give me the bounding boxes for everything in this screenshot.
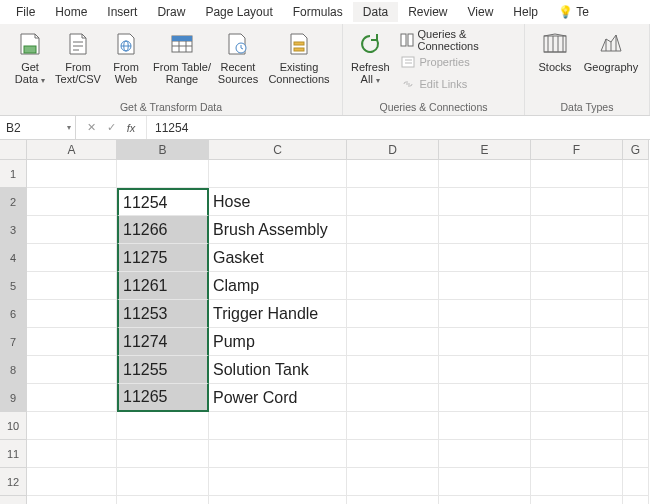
cell-G3[interactable]	[623, 216, 649, 244]
recent-sources-button[interactable]: Recent Sources	[214, 27, 262, 97]
cell-A9[interactable]	[27, 384, 117, 412]
col-header-C[interactable]: C	[209, 140, 347, 160]
tab-help[interactable]: Help	[503, 2, 548, 22]
cell-E8[interactable]	[439, 356, 531, 384]
existing-connections-button[interactable]: Existing Connections	[262, 27, 336, 97]
cell-G5[interactable]	[623, 272, 649, 300]
row-header-13[interactable]: 13	[0, 496, 27, 504]
cell-A2[interactable]	[27, 188, 117, 216]
col-header-F[interactable]: F	[531, 140, 623, 160]
cell-E5[interactable]	[439, 272, 531, 300]
from-web-button[interactable]: From Web	[102, 27, 150, 97]
cell-A8[interactable]	[27, 356, 117, 384]
cell-A1[interactable]	[27, 160, 117, 188]
row-header-4[interactable]: 4	[0, 244, 27, 272]
cell-E9[interactable]	[439, 384, 531, 412]
cell-D11[interactable]	[347, 440, 439, 468]
col-header-E[interactable]: E	[439, 140, 531, 160]
cell-D4[interactable]	[347, 244, 439, 272]
from-table-range-button[interactable]: From Table/ Range	[150, 27, 214, 97]
cell-B12[interactable]	[117, 468, 209, 496]
cell-G12[interactable]	[623, 468, 649, 496]
cell-C1[interactable]	[209, 160, 347, 188]
cell-B13[interactable]	[117, 496, 209, 504]
cell-G2[interactable]	[623, 188, 649, 216]
cell-D5[interactable]	[347, 272, 439, 300]
cell-B5[interactable]: 11261	[117, 272, 209, 300]
cell-A5[interactable]	[27, 272, 117, 300]
enter-formula-button[interactable]: ✓	[102, 119, 120, 137]
row-header-5[interactable]: 5	[0, 272, 27, 300]
cell-E13[interactable]	[439, 496, 531, 504]
cell-G9[interactable]	[623, 384, 649, 412]
cell-E1[interactable]	[439, 160, 531, 188]
cell-G10[interactable]	[623, 412, 649, 440]
cell-E4[interactable]	[439, 244, 531, 272]
cell-D10[interactable]	[347, 412, 439, 440]
row-header-10[interactable]: 10	[0, 412, 27, 440]
cell-B9[interactable]: 11265	[117, 384, 209, 412]
cell-A4[interactable]	[27, 244, 117, 272]
cell-A13[interactable]	[27, 496, 117, 504]
cell-C8[interactable]: Solution Tank	[209, 356, 347, 384]
cell-A11[interactable]	[27, 440, 117, 468]
row-header-12[interactable]: 12	[0, 468, 27, 496]
tab-formulas[interactable]: Formulas	[283, 2, 353, 22]
cell-F5[interactable]	[531, 272, 623, 300]
cell-B7[interactable]: 11274	[117, 328, 209, 356]
cell-C5[interactable]: Clamp	[209, 272, 347, 300]
get-data-button[interactable]: Get Data ▾	[6, 27, 54, 97]
cell-E11[interactable]	[439, 440, 531, 468]
cell-F12[interactable]	[531, 468, 623, 496]
cell-F7[interactable]	[531, 328, 623, 356]
stocks-button[interactable]: Stocks	[531, 27, 579, 97]
cell-C7[interactable]: Pump	[209, 328, 347, 356]
cell-G11[interactable]	[623, 440, 649, 468]
cell-A7[interactable]	[27, 328, 117, 356]
row-header-1[interactable]: 1	[0, 160, 27, 188]
cell-E2[interactable]	[439, 188, 531, 216]
cell-B4[interactable]: 11275	[117, 244, 209, 272]
cell-D2[interactable]	[347, 188, 439, 216]
row-header-8[interactable]: 8	[0, 356, 27, 384]
tab-tell-me[interactable]: 💡 Te	[548, 2, 599, 22]
cell-G4[interactable]	[623, 244, 649, 272]
cell-D1[interactable]	[347, 160, 439, 188]
properties-button[interactable]: Properties	[396, 52, 518, 72]
refresh-all-button[interactable]: Refresh All ▾	[349, 27, 392, 97]
cell-F2[interactable]	[531, 188, 623, 216]
cell-F9[interactable]	[531, 384, 623, 412]
cell-C3[interactable]: Brush Assembly	[209, 216, 347, 244]
name-box[interactable]: B2 ▾	[0, 116, 76, 139]
row-header-3[interactable]: 3	[0, 216, 27, 244]
tab-draw[interactable]: Draw	[147, 2, 195, 22]
cell-D13[interactable]	[347, 496, 439, 504]
cell-B10[interactable]	[117, 412, 209, 440]
cell-E12[interactable]	[439, 468, 531, 496]
cell-B2[interactable]: 11254	[117, 188, 209, 216]
tab-data[interactable]: Data	[353, 2, 398, 22]
col-header-B[interactable]: B	[117, 140, 209, 160]
cell-D8[interactable]	[347, 356, 439, 384]
dropdown-icon[interactable]: ▾	[67, 123, 71, 132]
cell-C12[interactable]	[209, 468, 347, 496]
cell-B3[interactable]: 11266	[117, 216, 209, 244]
cell-F6[interactable]	[531, 300, 623, 328]
cell-G6[interactable]	[623, 300, 649, 328]
cell-C13[interactable]	[209, 496, 347, 504]
cell-B8[interactable]: 11255	[117, 356, 209, 384]
cell-B1[interactable]	[117, 160, 209, 188]
row-header-9[interactable]: 9	[0, 384, 27, 412]
edit-links-button[interactable]: Edit Links	[396, 74, 518, 94]
cell-C2[interactable]: Hose	[209, 188, 347, 216]
tab-insert[interactable]: Insert	[97, 2, 147, 22]
tab-home[interactable]: Home	[45, 2, 97, 22]
cancel-formula-button[interactable]: ✕	[82, 119, 100, 137]
row-header-11[interactable]: 11	[0, 440, 27, 468]
cell-F3[interactable]	[531, 216, 623, 244]
col-header-G[interactable]: G	[623, 140, 649, 160]
row-header-6[interactable]: 6	[0, 300, 27, 328]
row-header-2[interactable]: 2	[0, 188, 27, 216]
cell-B11[interactable]	[117, 440, 209, 468]
geography-button[interactable]: Geography	[579, 27, 643, 97]
